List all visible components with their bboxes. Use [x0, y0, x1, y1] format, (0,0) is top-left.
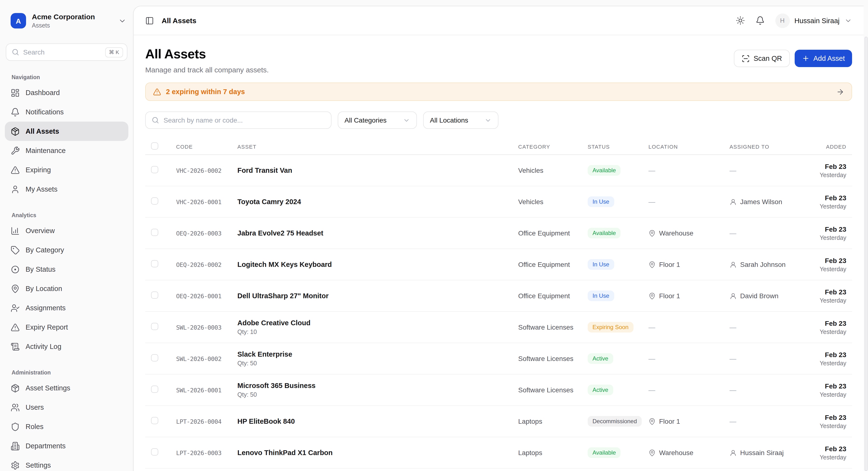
page-title: All Assets: [145, 47, 269, 62]
sidebar-item-overview[interactable]: Overview: [5, 221, 128, 240]
row-checkbox[interactable]: [151, 228, 158, 236]
user-icon: [730, 198, 737, 205]
sidebar-item-expiring[interactable]: Expiring: [5, 160, 128, 180]
user-menu[interactable]: H Hussain Siraaj: [775, 13, 852, 28]
tag-icon: [11, 245, 20, 255]
sidebar-item-my-assets[interactable]: My Assets: [5, 180, 128, 199]
add-asset-button[interactable]: Add Asset: [795, 50, 852, 67]
asset-category: Laptops: [518, 449, 588, 457]
sidebar-item-assignments[interactable]: Assignments: [5, 298, 128, 318]
table-row[interactable]: OEQ-2026-0002 Logitech MX Keys Keyboard …: [145, 249, 852, 280]
location-filter[interactable]: All Locations: [423, 112, 498, 129]
wrench-icon: [11, 146, 20, 155]
asset-name[interactable]: Adobe Creative Cloud: [237, 319, 518, 327]
added-date: Feb 23: [814, 162, 846, 170]
added-relative: Yesterday: [814, 297, 846, 304]
sidebar-item-by-category[interactable]: By Category: [5, 240, 128, 260]
notifications-button[interactable]: [755, 16, 765, 25]
asset-assigned: James Wilson: [730, 198, 814, 206]
asset-name[interactable]: Logitech MX Keys Keyboard: [237, 260, 518, 268]
asset-code: OEQ-2026-0001: [168, 292, 237, 300]
row-checkbox[interactable]: [151, 448, 158, 455]
asset-name[interactable]: Microsoft 365 Business: [237, 382, 518, 389]
asset-name[interactable]: Slack Enterprise: [237, 350, 518, 358]
asset-assigned: Hussain Siraaj: [730, 449, 814, 457]
sidebar-item-users[interactable]: Users: [5, 398, 128, 417]
asset-name[interactable]: Toyota Camry 2024: [237, 198, 518, 206]
status-badge: Available: [588, 165, 621, 176]
sidebar-item-by-location[interactable]: By Location: [5, 279, 128, 298]
sidebar-item-settings[interactable]: Settings: [5, 456, 128, 471]
asset-name[interactable]: HP EliteBook 840: [237, 417, 518, 425]
row-checkbox[interactable]: [151, 417, 158, 424]
sidebar-item-notifications[interactable]: Notifications: [5, 102, 128, 122]
added-relative: Yesterday: [814, 360, 846, 367]
expiring-banner[interactable]: 2 expiring within 7 days: [145, 83, 852, 101]
map-pin-icon: [648, 449, 656, 456]
table-row[interactable]: LPT-2026-0003 Lenovo ThinkPad X1 Carbon …: [145, 437, 852, 469]
sidebar-item-maintenance[interactable]: Maintenance: [5, 141, 128, 160]
row-checkbox[interactable]: [151, 385, 158, 392]
row-checkbox[interactable]: [151, 354, 158, 361]
nav-section-analytics: Overview By Category By Status By Locati…: [5, 221, 128, 356]
asset-location: Floor 1: [648, 417, 730, 425]
table-row[interactable]: SWL-2026-0002 Slack EnterpriseQty: 50 So…: [145, 343, 852, 375]
asset-name[interactable]: Ford Transit Van: [237, 166, 518, 174]
scan-qr-button[interactable]: Scan QR: [734, 50, 790, 67]
asset-name[interactable]: Dell UltraSharp 27" Monitor: [237, 292, 518, 300]
sidebar-item-roles[interactable]: Roles: [5, 417, 128, 436]
map-pin-icon: [11, 284, 20, 293]
table-row[interactable]: LPT-2026-0004 HP EliteBook 840 Laptops D…: [145, 406, 852, 437]
row-checkbox[interactable]: [151, 291, 158, 299]
table-row[interactable]: VHC-2026-0001 Toyota Camry 2024 Vehicles…: [145, 186, 852, 218]
row-checkbox[interactable]: [151, 260, 158, 267]
table-row[interactable]: SWL-2026-0003 Adobe Creative CloudQty: 1…: [145, 312, 852, 343]
sidebar-item-departments[interactable]: Departments: [5, 436, 128, 456]
asset-name[interactable]: Lenovo ThinkPad X1 Carbon: [237, 449, 518, 457]
assets-search-input[interactable]: [163, 116, 325, 124]
row-checkbox[interactable]: [151, 166, 158, 173]
table-row[interactable]: SWL-2026-0001 Microsoft 365 BusinessQty:…: [145, 375, 852, 406]
sidebar-item-by-status[interactable]: By Status: [5, 260, 128, 279]
added-date: Feb 23: [814, 256, 846, 264]
added-relative: Yesterday: [814, 171, 846, 178]
chevron-down-icon: [118, 17, 126, 25]
arrow-right-icon[interactable]: [836, 88, 844, 96]
asset-category: Laptops: [518, 417, 588, 425]
asset-qty: Qty: 50: [237, 391, 518, 398]
theme-toggle-button[interactable]: [736, 16, 745, 25]
sun-icon: [736, 16, 745, 25]
scrollbar[interactable]: [865, 37, 868, 471]
users-icon: [11, 403, 20, 412]
row-checkbox[interactable]: [151, 197, 158, 205]
sidebar-item-all-assets[interactable]: All Assets: [5, 122, 128, 141]
sidebar-item-activity-log[interactable]: Activity Log: [5, 337, 128, 356]
added-date: Feb 23: [814, 319, 846, 327]
sidebar-item-asset-settings[interactable]: Asset Settings: [5, 378, 128, 398]
section-label-navigation: Navigation: [11, 74, 128, 80]
sidebar-item-dashboard[interactable]: Dashboard: [5, 83, 128, 102]
table-row[interactable]: OEQ-2026-0001 Dell UltraSharp 27" Monito…: [145, 280, 852, 312]
category-filter[interactable]: All Categories: [338, 112, 417, 129]
alert-triangle-icon: [11, 165, 20, 175]
user-name: Hussain Siraaj: [795, 17, 840, 24]
chevron-down-icon: [485, 117, 492, 124]
org-name: Acme Corporation: [32, 12, 95, 21]
table-row[interactable]: OEQ-2026-0003 Jabra Evolve2 75 Headset O…: [145, 218, 852, 249]
asset-name[interactable]: Jabra Evolve2 75 Headset: [237, 229, 518, 237]
map-pin-icon: [648, 229, 656, 237]
status-badge: Active: [588, 353, 613, 364]
sidebar-toggle-button[interactable]: [145, 16, 154, 25]
alert-triangle-icon: [11, 323, 20, 332]
sidebar-search[interactable]: ⌘ K: [6, 43, 127, 61]
sidebar-item-expiry-report[interactable]: Expiry Report: [5, 318, 128, 337]
chevron-down-icon: [403, 117, 410, 124]
select-all-checkbox[interactable]: [151, 143, 158, 150]
asset-location: —: [648, 386, 730, 394]
sidebar-search-input[interactable]: [23, 48, 101, 56]
table-row[interactable]: VHC-2026-0002 Ford Transit Van Vehicles …: [145, 155, 852, 186]
row-checkbox[interactable]: [151, 323, 158, 330]
asset-qty: Qty: 10: [237, 328, 518, 336]
assets-search[interactable]: [145, 112, 332, 129]
org-switcher[interactable]: A Acme Corporation Assets: [5, 0, 128, 29]
